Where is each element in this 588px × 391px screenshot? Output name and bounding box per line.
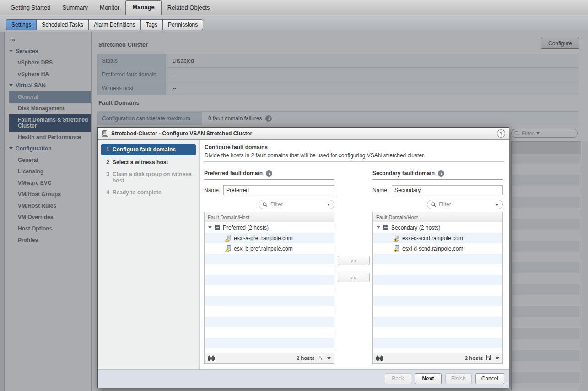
- wizard-icon: [102, 130, 108, 137]
- tab-summary[interactable]: Summary: [56, 1, 94, 15]
- dialog-title-bar[interactable]: Stretched-Cluster - Configure VSAN Stret…: [98, 128, 509, 140]
- move-left-button[interactable]: <<: [338, 273, 370, 282]
- secondary-name-input[interactable]: [392, 185, 503, 195]
- chevron-down-icon[interactable]: [208, 226, 212, 229]
- tab-getting-started[interactable]: Getting Started: [5, 1, 56, 15]
- page-description: Divide the hosts in 2 fault domains that…: [205, 152, 425, 159]
- host-count: 2 hosts: [297, 355, 315, 361]
- fault-domain-group-row[interactable]: Secondary (2 hosts): [373, 222, 502, 233]
- tab-related-objects[interactable]: Related Objects: [162, 1, 216, 15]
- step-ready-to-complete: 4 Ready to complete: [98, 187, 199, 198]
- export-icon[interactable]: [486, 355, 493, 361]
- page-heading: Configure fault domains: [205, 144, 268, 150]
- secondary-name-label: Name:: [372, 187, 392, 193]
- preferred-name-label: Name:: [204, 187, 223, 193]
- host-warning-icon: [225, 235, 231, 242]
- host-row[interactable]: esxi-a-pref.rainpole.com: [205, 233, 334, 243]
- step-configure-fault-domains[interactable]: 1 Configure fault domains: [101, 144, 196, 155]
- chevron-down-icon: [495, 204, 499, 206]
- cancel-button[interactable]: Cancel: [475, 373, 504, 384]
- list-footer: 2 hosts: [205, 353, 334, 363]
- chevron-down-icon: [327, 204, 330, 206]
- host-warning-icon: [225, 245, 231, 252]
- fault-domain-group-row[interactable]: Preferred (2 hosts): [205, 222, 334, 233]
- list-column-header[interactable]: Fault Domain/Host: [205, 212, 334, 223]
- preferred-fault-domain-panel: Preferred fault domain i Name: Filter: [204, 170, 334, 364]
- toolbar-settings-button[interactable]: Settings: [6, 19, 37, 30]
- back-button: Back: [385, 373, 411, 384]
- secondary-fault-domain-panel: Secondary fault domain i Name: Filter: [372, 170, 503, 364]
- secondary-title: Secondary fault domain: [372, 170, 435, 177]
- dialog-title: Stretched-Cluster - Configure VSAN Stret…: [111, 130, 494, 137]
- toolbar-permissions-button[interactable]: Permissions: [162, 19, 203, 30]
- find-icon[interactable]: [208, 355, 215, 361]
- dialog-footer: Back Next Finish Cancel: [98, 369, 509, 388]
- host-count: 2 hosts: [465, 355, 483, 361]
- fault-domain-icon: [383, 225, 388, 230]
- find-icon[interactable]: [376, 355, 383, 361]
- tab-monitor[interactable]: Monitor: [94, 1, 125, 15]
- export-icon[interactable]: [318, 355, 324, 361]
- filter-placeholder: Filter: [439, 201, 492, 208]
- tab-manage[interactable]: Manage: [125, 0, 161, 15]
- toolbar-tags-button[interactable]: Tags: [140, 19, 163, 30]
- host-row[interactable]: esxi-b-pref.rainpole.com: [205, 243, 334, 254]
- manage-toolbar: Settings Scheduled Tasks Alarm Definitio…: [0, 15, 588, 32]
- filter-placeholder: Filter: [270, 201, 324, 208]
- info-icon[interactable]: i: [438, 170, 444, 177]
- host-row[interactable]: esxi-c-scnd.rainpole.com: [373, 233, 502, 243]
- search-icon: [431, 202, 436, 207]
- finish-button: Finish: [445, 373, 472, 384]
- vsphere-web-client: Getting Started Summary Monitor Manage R…: [0, 0, 588, 391]
- chevron-down-icon[interactable]: [377, 226, 380, 229]
- list-column-header[interactable]: Fault Domain/Host: [373, 212, 502, 223]
- next-button[interactable]: Next: [415, 373, 442, 384]
- info-icon[interactable]: i: [266, 170, 272, 177]
- object-tab-bar: Getting Started Summary Monitor Manage R…: [0, 0, 588, 15]
- fault-domain-icon: [215, 225, 220, 230]
- help-icon[interactable]: ?: [497, 129, 505, 138]
- list-footer: 2 hosts: [373, 353, 502, 363]
- divider: [204, 161, 504, 162]
- toolbar-scheduled-tasks-button[interactable]: Scheduled Tasks: [36, 19, 89, 30]
- preferred-filter[interactable]: Filter: [259, 200, 334, 209]
- host-warning-icon: [393, 245, 399, 252]
- host-warning-icon: [393, 235, 399, 242]
- configure-vsan-stretched-cluster-dialog: Stretched-Cluster - Configure VSAN Stret…: [97, 127, 509, 388]
- search-icon: [263, 202, 268, 207]
- wizard-page: Configure fault domains Divide the hosts…: [200, 140, 509, 369]
- move-right-button[interactable]: >>: [338, 256, 370, 265]
- secondary-host-list: Fault Domain/Host Secondary (2 hosts) es…: [372, 212, 503, 364]
- wizard-steps: 1 Configure fault domains 2 Select a wit…: [98, 140, 200, 369]
- step-claim-disk-group: 3 Claim a disk group on witness host: [98, 168, 199, 187]
- preferred-title: Preferred fault domain: [204, 170, 263, 177]
- chevron-down-icon[interactable]: [327, 357, 331, 359]
- toolbar-alarm-definitions-button[interactable]: Alarm Definitions: [88, 19, 141, 30]
- resize-grip[interactable]: [504, 383, 508, 387]
- chevron-down-icon[interactable]: [496, 357, 499, 359]
- manage-toolbar-group: Settings Scheduled Tasks Alarm Definitio…: [6, 19, 203, 30]
- host-row[interactable]: esxi-d-scnd.rainpole.com: [373, 243, 502, 254]
- preferred-host-list: Fault Domain/Host Preferred (2 hosts) es…: [204, 212, 334, 364]
- step-select-witness-host[interactable]: 2 Select a witness host: [98, 156, 199, 168]
- preferred-name-input[interactable]: [223, 185, 334, 195]
- secondary-filter[interactable]: Filter: [427, 200, 503, 209]
